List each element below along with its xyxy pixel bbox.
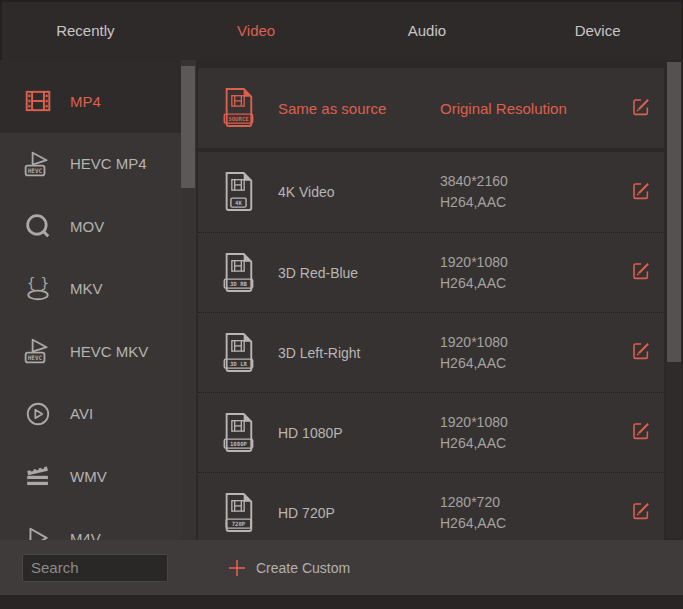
- tab-video[interactable]: Video: [171, 0, 342, 60]
- sidebar-item-label: HEVC MKV: [70, 343, 148, 360]
- video-file-icon-4k: 4K: [220, 171, 256, 213]
- window-bottom-edge: [0, 595, 683, 609]
- format-details: 3840*2160H264,AAC: [440, 171, 630, 213]
- edit-preset-button[interactable]: [630, 502, 652, 524]
- format-row-hd-720p[interactable]: 720P HD 720P1280*720H264,AAC: [198, 472, 664, 540]
- sidebar-item-avi[interactable]: AVI: [0, 383, 181, 446]
- format-title: 3D Red-Blue: [278, 265, 440, 281]
- edit-preset-button[interactable]: [630, 342, 652, 364]
- format-resolution: Original Resolution: [440, 98, 630, 119]
- edit-icon: [631, 97, 651, 120]
- braces-disc-icon: { }: [24, 275, 52, 303]
- sidebar-item-mkv[interactable]: { }MKV: [0, 258, 181, 321]
- tab-device[interactable]: Device: [512, 0, 683, 60]
- sidebar-item-label: MOV: [70, 218, 104, 235]
- edit-preset-button[interactable]: [630, 422, 652, 444]
- sidebar-item-hevc-mkv[interactable]: HEVCHEVC MKV: [0, 320, 181, 383]
- create-custom-label: Create Custom: [256, 560, 350, 576]
- play-triangle-icon: [24, 525, 52, 540]
- svg-text:3D RB: 3D RB: [230, 281, 248, 287]
- hevc-play-icon: HEVC: [24, 337, 52, 365]
- create-custom-button[interactable]: Create Custom: [222, 558, 356, 578]
- sidebar-item-label: WMV: [70, 468, 107, 485]
- svg-text:720P: 720P: [232, 521, 246, 527]
- format-resolution: 1280*720: [440, 492, 630, 513]
- clapperboard-icon: [24, 462, 52, 490]
- format-row-3d-left-right[interactable]: 3D LR 3D Left-Right1920*1080H264,AAC: [198, 312, 664, 392]
- tab-recently[interactable]: Recently: [0, 0, 171, 60]
- format-codec: H264,AAC: [440, 192, 630, 213]
- svg-text:{ }: { }: [27, 275, 49, 291]
- sidebar-item-label: MKV: [70, 280, 103, 297]
- format-resolution: 1920*1080: [440, 412, 630, 433]
- quicktime-icon: [24, 212, 52, 240]
- sidebar-item-wmv[interactable]: WMV: [0, 445, 181, 508]
- panel-scrollbar-track[interactable]: [667, 62, 681, 538]
- format-resolution: 1920*1080: [440, 252, 630, 273]
- sidebar-item-label: MP4: [70, 93, 101, 110]
- edit-icon: [631, 421, 651, 444]
- format-details: 1280*720H264,AAC: [440, 492, 630, 534]
- edit-preset-button[interactable]: [630, 97, 652, 119]
- format-title: HD 720P: [278, 505, 440, 521]
- video-file-icon-1080p: 1080P: [220, 412, 256, 454]
- edit-icon: [631, 181, 651, 204]
- format-details: 1920*1080H264,AAC: [440, 332, 630, 374]
- format-sidebar: MP4HEVCHEVC MP4MOV{ }MKVHEVCHEVC MKVAVIW…: [0, 60, 196, 540]
- format-details: 1920*1080H264,AAC: [440, 412, 630, 454]
- format-title: 4K Video: [278, 184, 440, 200]
- film-icon: [24, 87, 52, 115]
- format-row-3d-red-blue[interactable]: 3D RB 3D Red-Blue1920*1080H264,AAC: [198, 232, 664, 312]
- video-file-icon-3d-rb: 3D RB: [220, 252, 256, 294]
- svg-text:SOURCE: SOURCE: [228, 116, 249, 122]
- format-row-hd-1080p[interactable]: 1080P HD 1080P1920*1080H264,AAC: [198, 392, 664, 472]
- preset-panel: SOURCE Same as sourceOriginal Resolution…: [196, 60, 683, 540]
- edit-preset-button[interactable]: [630, 181, 652, 203]
- sidebar-scrollbar-thumb[interactable]: [181, 66, 195, 188]
- video-file-icon-3d-lr: 3D LR: [220, 332, 256, 374]
- format-row-same-as-source[interactable]: SOURCE Same as sourceOriginal Resolution: [198, 68, 664, 148]
- format-codec: H264,AAC: [440, 513, 630, 534]
- svg-text:1080P: 1080P: [230, 441, 248, 447]
- play-circle-icon: [24, 400, 52, 428]
- edit-preset-button[interactable]: [630, 262, 652, 284]
- video-file-icon-source: SOURCE: [220, 87, 256, 129]
- format-codec: H264,AAC: [440, 433, 630, 454]
- format-row-4k-video[interactable]: 4K 4K Video3840*2160H264,AAC: [198, 152, 664, 232]
- search-input[interactable]: [22, 554, 168, 582]
- main-area: MP4HEVCHEVC MP4MOV{ }MKVHEVCHEVC MKVAVIW…: [0, 60, 683, 540]
- format-title: Same as source: [278, 100, 440, 117]
- edit-icon: [631, 261, 651, 284]
- format-title: 3D Left-Right: [278, 345, 440, 361]
- sidebar-item-label: HEVC MP4: [70, 155, 147, 172]
- hevc-play-icon: HEVC: [24, 150, 52, 178]
- format-details: 1920*1080H264,AAC: [440, 252, 630, 294]
- panel-scrollbar-thumb[interactable]: [667, 62, 681, 362]
- plus-icon: [228, 559, 246, 577]
- format-details: Original Resolution: [440, 98, 630, 119]
- sidebar-item-m4v[interactable]: M4V: [0, 508, 181, 541]
- svg-text:3D LR: 3D LR: [230, 361, 248, 367]
- sidebar-scrollbar-track[interactable]: [181, 60, 195, 540]
- sidebar-item-label: M4V: [70, 530, 101, 540]
- sidebar-format-list: MP4HEVCHEVC MP4MOV{ }MKVHEVCHEVC MKVAVIW…: [0, 60, 196, 540]
- format-codec: H264,AAC: [440, 353, 630, 374]
- sidebar-item-hevc-mp4[interactable]: HEVCHEVC MP4: [0, 133, 181, 196]
- format-resolution: 1920*1080: [440, 332, 630, 353]
- format-codec: H264,AAC: [440, 273, 630, 294]
- footer-bar: Create Custom: [0, 540, 683, 595]
- sidebar-item-label: AVI: [70, 405, 93, 422]
- svg-text:HEVC: HEVC: [28, 167, 43, 174]
- app-window: RecentlyVideoAudioDevice MP4HEVCHEVC MP4…: [0, 0, 683, 609]
- sidebar-item-mp4[interactable]: MP4: [0, 70, 181, 133]
- format-resolution: 3840*2160: [440, 171, 630, 192]
- edit-icon: [631, 501, 651, 524]
- tab-audio[interactable]: Audio: [342, 0, 513, 60]
- format-title: HD 1080P: [278, 425, 440, 441]
- sidebar-item-mov[interactable]: MOV: [0, 195, 181, 258]
- video-file-icon-720p: 720P: [220, 492, 256, 534]
- tab-bar: RecentlyVideoAudioDevice: [0, 0, 683, 60]
- svg-text:HEVC: HEVC: [28, 355, 43, 362]
- svg-text:4K: 4K: [235, 200, 242, 206]
- edit-icon: [631, 341, 651, 364]
